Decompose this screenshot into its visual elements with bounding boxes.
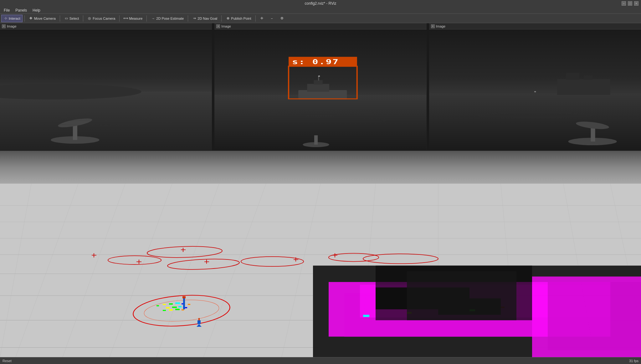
panel-title-mid: Image bbox=[221, 24, 231, 28]
minus-icon: − bbox=[270, 16, 274, 21]
tool-2d-pose[interactable]: → 2D Pose Estimate bbox=[149, 15, 186, 22]
fps-counter: 31 fps bbox=[629, 359, 638, 363]
svg-rect-60 bbox=[363, 315, 369, 317]
close-button[interactable]: × bbox=[634, 1, 638, 6]
svg-rect-73 bbox=[175, 302, 180, 304]
svg-rect-70 bbox=[156, 305, 159, 306]
settings-icon: ⚙ bbox=[280, 16, 284, 21]
point-icon: ⊕ bbox=[226, 16, 230, 21]
tool-2d-nav[interactable]: ⇒ 2D Nav Goal bbox=[190, 15, 219, 22]
svg-rect-78 bbox=[178, 306, 182, 307]
svg-rect-84 bbox=[183, 297, 185, 309]
camera-scene-right bbox=[429, 29, 641, 150]
toolbar: ⊹ Interact ✥ Move Camera ▭ Select ◎ Focu… bbox=[0, 14, 641, 23]
svg-rect-83 bbox=[182, 309, 184, 310]
svg-rect-67 bbox=[407, 271, 516, 320]
camera-scene-left bbox=[0, 29, 212, 150]
toolbar-separator-6 bbox=[188, 15, 188, 22]
svg-rect-25 bbox=[566, 73, 579, 80]
svg-rect-79 bbox=[185, 307, 187, 308]
panel-content-right[interactable] bbox=[429, 29, 641, 150]
svg-rect-1 bbox=[0, 92, 212, 150]
window-title: config2.rviz* - RViz bbox=[305, 1, 336, 6]
minimize-button[interactable]: − bbox=[622, 1, 626, 6]
toolbar-separator-3 bbox=[83, 15, 83, 22]
point-cloud-group bbox=[313, 266, 641, 357]
tool-interact[interactable]: ⊹ Interact bbox=[1, 15, 23, 22]
select-icon: ▭ bbox=[64, 16, 69, 21]
image-panel-mid: × Image bbox=[214, 23, 429, 150]
toolbar-separator-7 bbox=[221, 15, 222, 22]
reset-button[interactable]: Reset bbox=[3, 359, 12, 363]
svg-rect-9 bbox=[214, 95, 426, 150]
svg-rect-81 bbox=[169, 309, 173, 310]
svg-point-14 bbox=[318, 75, 320, 77]
panel-title-left: Image bbox=[7, 24, 17, 28]
title-bar: config2.rviz* - RViz − □ × bbox=[0, 0, 641, 7]
tool-measure[interactable]: ⟺ Measure bbox=[121, 15, 145, 22]
camera-image-right bbox=[429, 29, 641, 150]
toolbar-separator-8 bbox=[255, 15, 256, 22]
status-bar: Reset 31 fps bbox=[0, 357, 641, 364]
svg-rect-77 bbox=[172, 307, 177, 308]
svg-rect-65 bbox=[548, 282, 641, 350]
panel-content-left[interactable] bbox=[0, 29, 212, 150]
svg-rect-71 bbox=[163, 304, 166, 305]
svg-rect-72 bbox=[169, 303, 173, 305]
ruler-icon: ⟺ bbox=[124, 16, 128, 21]
panel-header-left: × Image bbox=[0, 23, 212, 29]
viewport-3d[interactable] bbox=[0, 151, 641, 357]
panel-header-mid: × Image bbox=[214, 23, 426, 29]
tool-focus-camera[interactable]: ◎ Focus Camera bbox=[85, 15, 117, 22]
focus-icon: ◎ bbox=[87, 16, 92, 21]
image-panel-left: × Image bbox=[0, 23, 214, 150]
svg-rect-19 bbox=[314, 135, 318, 145]
panel-close-left[interactable]: × bbox=[2, 24, 6, 28]
main-content: × Image bbox=[0, 23, 641, 357]
toolbar-separator bbox=[24, 15, 25, 22]
toolbar-separator-2 bbox=[60, 15, 60, 22]
tool-extra-minus[interactable]: − bbox=[268, 15, 276, 22]
tool-extra-settings[interactable]: ⚙ bbox=[278, 15, 286, 22]
svg-rect-76 bbox=[166, 307, 170, 308]
cursor-icon: ⊹ bbox=[3, 16, 8, 21]
pose-icon: → bbox=[151, 16, 155, 21]
svg-rect-24 bbox=[557, 79, 610, 95]
image-panels: × Image bbox=[0, 23, 641, 151]
tool-publish-point[interactable]: ⊕ Publish Point bbox=[223, 15, 253, 22]
menu-bar: File Panels Help bbox=[0, 7, 641, 14]
camera-image-mid: s: 0.97 bbox=[214, 29, 426, 150]
tool-move-camera[interactable]: ✥ Move Camera bbox=[27, 15, 58, 22]
move-icon: ✥ bbox=[29, 16, 33, 21]
menu-help[interactable]: Help bbox=[30, 8, 43, 13]
menu-file[interactable]: File bbox=[1, 8, 12, 13]
svg-rect-85 bbox=[182, 296, 186, 298]
panel-close-mid[interactable]: × bbox=[216, 24, 220, 28]
image-panel-right: × Image bbox=[429, 23, 641, 150]
svg-rect-13 bbox=[318, 76, 319, 80]
svg-rect-104 bbox=[197, 320, 201, 324]
panel-header-right: × Image bbox=[429, 23, 641, 29]
tool-extra-plus[interactable]: ✛ bbox=[258, 15, 266, 22]
svg-rect-11 bbox=[307, 84, 330, 92]
svg-text:s: 0.97: s: 0.97 bbox=[292, 58, 340, 66]
tool-select[interactable]: ▭ Select bbox=[62, 15, 81, 22]
toolbar-separator-4 bbox=[119, 15, 120, 22]
3d-scene bbox=[0, 151, 641, 357]
svg-rect-80 bbox=[163, 310, 166, 311]
svg-rect-12 bbox=[314, 80, 323, 85]
panel-title-right: Image bbox=[436, 24, 446, 28]
svg-rect-82 bbox=[175, 309, 180, 310]
camera-image-left bbox=[0, 29, 212, 150]
camera-scene-mid: s: 0.97 bbox=[214, 29, 426, 150]
svg-rect-75 bbox=[188, 304, 190, 305]
window-controls: − □ × bbox=[622, 1, 638, 6]
toolbar-separator-5 bbox=[146, 15, 147, 22]
panel-close-right[interactable]: × bbox=[431, 24, 435, 28]
panel-content-mid[interactable]: s: 0.97 bbox=[214, 29, 426, 150]
maximize-button[interactable]: □ bbox=[628, 1, 632, 6]
menu-panels[interactable]: Panels bbox=[13, 8, 29, 13]
svg-rect-26 bbox=[584, 75, 592, 80]
svg-rect-106 bbox=[198, 318, 200, 320]
plus-icon: ✛ bbox=[260, 16, 264, 21]
